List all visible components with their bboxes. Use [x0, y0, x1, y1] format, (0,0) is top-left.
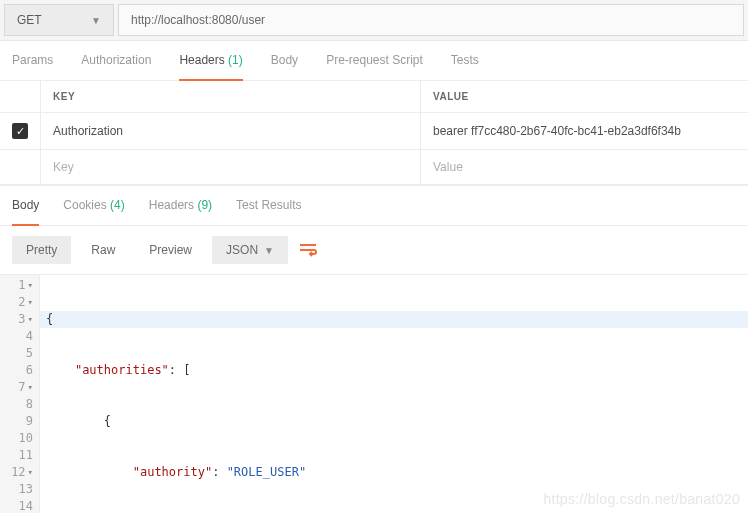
- cookies-count: (4): [110, 198, 125, 212]
- resp-headers-label: Headers: [149, 198, 194, 212]
- resp-tab-cookies[interactable]: Cookies (4): [63, 198, 124, 225]
- tab-prerequest[interactable]: Pre-request Script: [326, 53, 423, 80]
- checkbox-checked-icon[interactable]: ✓: [12, 123, 28, 139]
- resp-tab-tests[interactable]: Test Results: [236, 198, 301, 225]
- col-key: KEY: [41, 81, 421, 113]
- http-method-label: GET: [17, 13, 42, 27]
- response-body[interactable]: 1▾ 2▾ 3▾ 4 5 6 7▾ 8 9 10 11 12▾ 13 14 15…: [0, 275, 748, 513]
- line-gutter: 1▾ 2▾ 3▾ 4 5 6 7▾ 8 9 10 11 12▾ 13 14 15: [0, 275, 40, 513]
- resp-cookies-label: Cookies: [63, 198, 106, 212]
- header-value-cell[interactable]: bearer ff7cc480-2b67-40fc-bc41-eb2a3df6f…: [421, 113, 749, 150]
- tab-headers-label: Headers: [179, 53, 224, 67]
- request-tabs: Params Authorization Headers (1) Body Pr…: [0, 41, 748, 81]
- table-row-new[interactable]: Key Value: [0, 150, 748, 185]
- headers-table: KEY VALUE ✓ Authorization bearer ff7cc48…: [0, 81, 748, 185]
- code-content[interactable]: { "authorities": [ { "authority": "ROLE_…: [40, 275, 748, 513]
- tab-headers[interactable]: Headers (1): [179, 53, 242, 81]
- tab-body[interactable]: Body: [271, 53, 298, 80]
- header-key-placeholder[interactable]: Key: [41, 150, 421, 185]
- header-value-placeholder[interactable]: Value: [421, 150, 749, 185]
- response-toolbar: Pretty Raw Preview JSON ▼: [0, 226, 748, 275]
- url-input[interactable]: [118, 4, 744, 36]
- resp-tab-headers[interactable]: Headers (9): [149, 198, 212, 225]
- tab-tests[interactable]: Tests: [451, 53, 479, 80]
- col-value: VALUE: [421, 81, 749, 113]
- headers-count: (1): [228, 53, 243, 67]
- table-row[interactable]: ✓ Authorization bearer ff7cc480-2b67-40f…: [0, 113, 748, 150]
- raw-button[interactable]: Raw: [77, 236, 129, 264]
- col-checkbox: [0, 81, 41, 113]
- chevron-down-icon: ▼: [91, 15, 101, 26]
- tab-authorization[interactable]: Authorization: [81, 53, 151, 80]
- response-tabs: Body Cookies (4) Headers (9) Test Result…: [0, 185, 748, 226]
- resp-tab-body[interactable]: Body: [12, 198, 39, 226]
- format-label: JSON: [226, 243, 258, 257]
- resp-headers-count: (9): [197, 198, 212, 212]
- tab-params[interactable]: Params: [12, 53, 53, 80]
- pretty-button[interactable]: Pretty: [12, 236, 71, 264]
- header-key-cell[interactable]: Authorization: [41, 113, 421, 150]
- wrap-lines-icon[interactable]: [294, 236, 322, 264]
- http-method-select[interactable]: GET ▼: [4, 4, 114, 36]
- preview-button[interactable]: Preview: [135, 236, 206, 264]
- chevron-down-icon: ▼: [264, 245, 274, 256]
- format-select[interactable]: JSON ▼: [212, 236, 288, 264]
